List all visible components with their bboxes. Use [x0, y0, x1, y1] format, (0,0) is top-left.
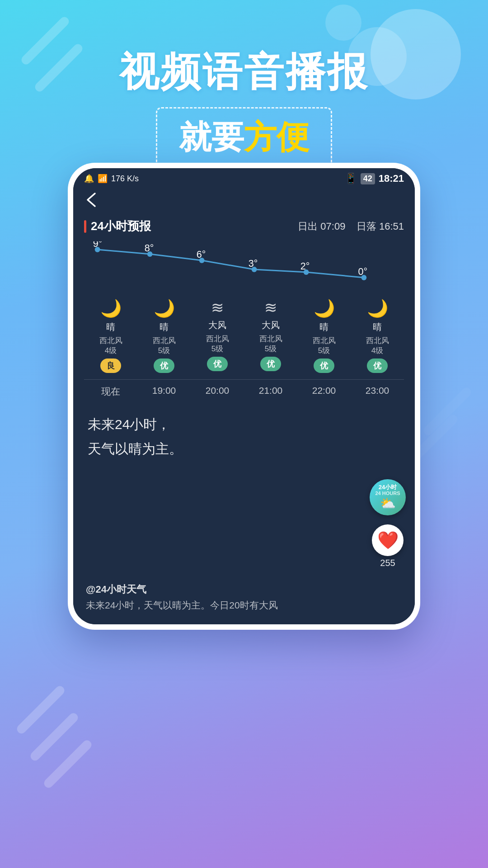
svg-text:3°: 3°: [249, 258, 258, 269]
weather-col-2: ≋ 大风 西北风5级 优: [191, 298, 244, 373]
subtitle-box: 就要方便: [156, 107, 332, 168]
fab-24h-bottom: 24 HOURS: [375, 491, 400, 496]
heart-count: 255: [380, 558, 395, 568]
phone-mockup: 🔔 📶 176 K/s 📱 42 18:21 2: [68, 163, 420, 630]
time-label-3: 21:00: [244, 385, 297, 398]
app-content: 24小时预报 日出 07:09 日落 16:51: [73, 187, 415, 472]
subtitle-highlight: 方便: [244, 119, 309, 155]
aqi-badge-2: 优: [207, 357, 228, 371]
aqi-badge-5: 优: [367, 359, 388, 373]
status-right: 📱 42 18:21: [345, 173, 404, 184]
time-row: 现在 19:00 20:00 21:00 22:00 23:00: [84, 380, 404, 398]
sunset-text: 日落 16:51: [357, 221, 404, 232]
sun-cloud-icon: ⛅: [380, 496, 396, 511]
weather-col-1: 🌙 晴 西北风5级 优: [137, 298, 191, 373]
subtitle-prefix: 就要: [179, 119, 244, 155]
time-label-5: 23:00: [351, 385, 404, 398]
sun-info: 日出 07:09 日落 16:51: [298, 220, 404, 233]
weather-wind-0: 西北风4级: [99, 336, 122, 356]
svg-text:2°: 2°: [300, 260, 310, 272]
weather-col-5: 🌙 晴 西北风4级 优: [351, 298, 404, 373]
weather-col-3: ≋ 大风 西北风5级 优: [244, 298, 297, 373]
forecast-line1: 未来24小时，: [88, 412, 400, 437]
weather-icon-4: 🌙: [314, 298, 335, 318]
aqi-badge-4: 优: [314, 359, 334, 373]
svg-text:6°: 6°: [197, 249, 206, 260]
weather-wind-2: 西北风5级: [206, 334, 229, 354]
weather-desc-0: 晴: [106, 321, 115, 333]
screen-icon: 📱: [345, 173, 357, 184]
forecast-text: 未来24小时， 天气以晴为主。: [84, 412, 404, 461]
weather-icon-5: 🌙: [367, 298, 388, 318]
weather-desc-5: 晴: [373, 321, 382, 333]
svg-text:0°: 0°: [358, 266, 368, 277]
time-display: 18:21: [379, 173, 404, 184]
phone-bottom-caption: @24小时天气 未来24小时，天气以晴为主。今日20时有大风: [73, 577, 415, 624]
weather-wind-3: 西北风5级: [259, 334, 282, 354]
caption-user: @24小时天气: [86, 583, 402, 596]
section-title-group: 24小时预报: [84, 218, 151, 234]
svg-text:9°: 9°: [93, 241, 103, 249]
back-button[interactable]: [84, 187, 404, 218]
aqi-badge-0: 良: [100, 359, 121, 373]
fab-24h-top: 24小时: [379, 484, 397, 491]
main-title: 视频语音播报: [0, 45, 488, 99]
weather-wind-4: 西北风5级: [313, 336, 336, 356]
time-label-0: 现在: [84, 385, 137, 398]
aqi-badge-3: 优: [260, 357, 281, 371]
weather-desc-4: 晴: [319, 321, 328, 333]
weather-wind-5: 西北风4级: [366, 336, 389, 356]
wifi-icon: 📶: [98, 174, 108, 184]
battery-level: 42: [361, 173, 375, 184]
temp-chart-svg: 9° 8° 6° 3° 2° 0°: [89, 241, 399, 291]
weather-icon-1: 🌙: [154, 298, 175, 318]
weather-col-4: 🌙 晴 西北风5级 优: [297, 298, 351, 373]
bg-decoration-circle3: [325, 5, 361, 41]
aqi-badge-1: 优: [154, 359, 174, 373]
status-left: 🔔 📶 176 K/s: [84, 174, 139, 184]
weather-icon-2: ≋: [211, 298, 224, 316]
weather-col-0: 🌙 晴 西北风4级 良: [84, 298, 137, 373]
time-label-1: 19:00: [137, 385, 191, 398]
time-label-2: 20:00: [191, 385, 244, 398]
time-label-4: 22:00: [297, 385, 351, 398]
fab-24h-button[interactable]: 24小时 24 HOURS ⛅: [370, 479, 406, 515]
weather-icon-0: 🌙: [100, 298, 122, 318]
signal-text: 176 K/s: [111, 174, 139, 184]
weather-desc-1: 晴: [160, 321, 169, 333]
fab-area: 24小时 24 HOURS ⛅ ❤️ 255: [73, 472, 415, 577]
svg-text:8°: 8°: [145, 242, 154, 254]
notification-icon: 🔔: [84, 174, 94, 184]
weather-wind-1: 西北风5级: [153, 336, 176, 356]
caption-text: 未来24小时，天气以晴为主。今日20时有大风: [86, 599, 402, 612]
temperature-chart: 9° 8° 6° 3° 2° 0°: [84, 241, 404, 291]
heart-button[interactable]: ❤️: [372, 524, 404, 556]
header-section: 视频语音播报 就要方便: [0, 45, 488, 168]
status-bar: 🔔 📶 176 K/s 📱 42 18:21: [73, 168, 415, 187]
weather-desc-2: 大风: [208, 319, 226, 331]
section-header: 24小时预报 日出 07:09 日落 16:51: [84, 218, 404, 234]
subtitle-text: 就要方便: [179, 119, 309, 155]
forecast-line2: 天气以晴为主。: [88, 437, 400, 461]
section-title-text: 24小时预报: [91, 218, 151, 234]
sunrise-text: 日出 07:09: [298, 221, 345, 232]
phone-screen: 🔔 📶 176 K/s 📱 42 18:21 2: [73, 168, 415, 624]
weather-desc-3: 大风: [262, 319, 280, 331]
weather-icon-3: ≋: [264, 298, 277, 316]
weather-row: 🌙 晴 西北风4级 良 🌙 晴 西北风5级 优 ≋ 大风 西北风5级: [84, 298, 404, 373]
title-accent-bar: [84, 220, 86, 233]
